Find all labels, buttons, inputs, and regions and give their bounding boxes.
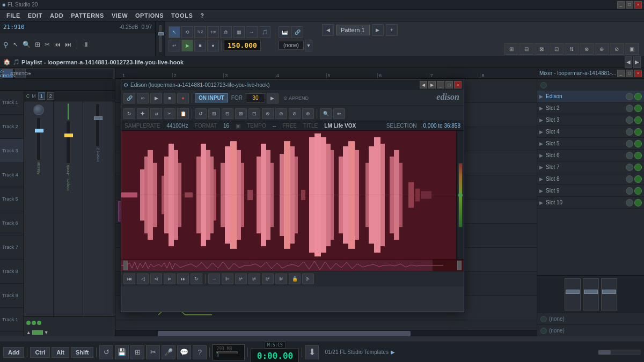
ed-normalize-btn[interactable]: ↻ (123, 108, 135, 119)
ed-play-btn[interactable]: ▶ (150, 93, 162, 104)
menu-add[interactable]: ADD (47, 11, 67, 20)
edison-title-controls[interactable]: ◀ ▶ _ □ × (420, 81, 462, 88)
stretch-tool[interactable]: STRETCH (15, 69, 26, 78)
bpm-display[interactable]: 150.000 (224, 40, 261, 51)
select-icon[interactable]: ⊞ (35, 41, 40, 48)
mixer-mute-slot5[interactable] (634, 140, 642, 147)
mixer-mute-slot3[interactable] (634, 116, 642, 124)
pause-icon[interactable]: ⏸ (83, 41, 89, 48)
ed-bottom-loop-btn[interactable]: ↻ (191, 274, 202, 284)
ed-bottom-right1-btn[interactable]: → (208, 274, 220, 284)
ed-cut-btn[interactable]: ✂ (164, 108, 175, 119)
alt-btn[interactable]: Alt (52, 347, 69, 358)
tool5-btn[interactable]: ⇅ (565, 43, 579, 55)
track6-active-dot2[interactable] (32, 321, 36, 325)
ed-fx5-btn[interactable]: ⊡ (248, 108, 260, 119)
mixer-fader-3[interactable] (601, 278, 617, 311)
loop-back-btn[interactable]: ↩ (169, 40, 180, 51)
save-btn[interactable]: 💾 (115, 345, 129, 359)
help-btn[interactable]: ? (193, 345, 207, 359)
shift-btn[interactable]: Shift (71, 347, 93, 358)
pattern-add-btn[interactable]: + (386, 24, 398, 36)
time-3-2-btn[interactable]: 3.2 (194, 26, 206, 38)
piano-btn[interactable]: 🎹 (279, 26, 290, 38)
menu-file[interactable]: FILE (3, 11, 24, 20)
ed-record-btn[interactable]: ● (177, 93, 189, 104)
tool6-btn[interactable]: ⊗ (580, 43, 594, 55)
mixer-fader-2[interactable] (583, 278, 599, 311)
mixer-title-controls[interactable]: _ □ × (617, 70, 642, 77)
insert1-fader-knob[interactable] (64, 134, 73, 137)
menu-help[interactable]: ? (197, 11, 207, 20)
pattern-view-btn[interactable]: ⊞ (130, 345, 144, 359)
ed-bottom-wave-btn[interactable]: ⊮ (262, 274, 274, 284)
undo-btn[interactable]: ↺ (99, 345, 113, 359)
pattern-name-btn[interactable]: Pattern 1 (336, 25, 370, 35)
edison-minimize-btn[interactable]: _ (437, 81, 444, 88)
mixer-mute-slot8[interactable] (634, 175, 642, 183)
mixer-channel-edison[interactable]: ▶ Edison (537, 91, 644, 102)
ed-bottom-forward-btn[interactable]: ⊳ (164, 274, 175, 284)
ed-bottom-flag-btn[interactable]: ⊭ (248, 274, 260, 284)
mixer-solo-slot2[interactable] (626, 105, 633, 112)
time-input[interactable] (246, 93, 265, 102)
playlist-scrollbar[interactable] (115, 330, 537, 336)
mixer-mute-edison[interactable] (634, 93, 642, 100)
mixer-channel-slot8[interactable]: ▶ Slot 8 (537, 173, 644, 185)
ed-fx7-btn[interactable]: ⊕ (275, 108, 287, 119)
mixer-fader-knob-2[interactable] (584, 290, 598, 294)
ed-fx4-btn[interactable]: ⊠ (235, 108, 247, 119)
mixer-solo-slot5[interactable] (626, 140, 633, 147)
master-fader-knob[interactable] (35, 129, 43, 132)
pattern-next-btn[interactable]: ▶ (372, 24, 384, 36)
mixer-fader-knob-1[interactable] (566, 290, 580, 294)
mixer-channel-slot9[interactable]: ▶ Slot 9 (537, 185, 644, 197)
mixer-solo-slot3[interactable] (626, 116, 633, 124)
edison-next-btn[interactable]: ▶ (428, 81, 436, 88)
mixer-channel-slot7[interactable]: ▶ Slot 7 (537, 161, 644, 173)
time-arrow-btn[interactable]: ▶ (267, 93, 279, 104)
ed-fx8-btn[interactable]: ⊘ (289, 108, 301, 119)
link-btn[interactable]: 🔗 (291, 26, 303, 38)
mixer-solo-slot4[interactable] (626, 128, 633, 136)
track6-active-dot3[interactable] (37, 321, 41, 325)
tool8-btn[interactable]: ⊘ (610, 43, 624, 55)
ed-fit-btn[interactable]: ⇔ (333, 108, 345, 119)
mixer-channel-slot3[interactable]: ▶ Slot 3 (537, 114, 644, 126)
mixer-close-btn[interactable]: × (634, 70, 642, 77)
menu-options[interactable]: OPTIONS (132, 11, 167, 20)
menu-edit[interactable]: EDIT (25, 11, 46, 20)
edison-maximize-btn[interactable]: □ (445, 81, 453, 88)
mixer-mute-slot2[interactable] (634, 105, 642, 112)
stop-btn[interactable]: ■ (194, 40, 206, 51)
cursor-icon[interactable]: ↖ (13, 41, 18, 48)
mini-scroll-right[interactable] (457, 261, 462, 270)
ed-bottom-end-btn[interactable]: ⏭ (177, 274, 189, 284)
insert2-fader-knob[interactable] (94, 116, 103, 120)
mixer-channel-slot5[interactable]: ▶ Slot 5 (537, 138, 644, 150)
maximize-button[interactable]: □ (626, 1, 633, 9)
cut-tool-btn[interactable]: ✂ (146, 345, 160, 359)
ed-fx3-btn[interactable]: ⊟ (222, 108, 233, 119)
ed-fx2-btn[interactable]: ⊞ (208, 108, 220, 119)
mixer-solo-slot7[interactable] (626, 164, 633, 171)
channel-1-btn[interactable]: 1 (38, 92, 45, 100)
add-btn[interactable]: Add (3, 347, 24, 358)
zoom-icon[interactable]: 🔍 (23, 41, 31, 48)
channel-2-btn[interactable]: 2 (47, 92, 54, 100)
mixer-mute-slot4[interactable] (634, 128, 642, 136)
right-arrow-btn[interactable]: → (246, 26, 258, 38)
mixer-channel-slot2[interactable]: ▶ Slot 2 (537, 102, 644, 114)
tool9-btn[interactable]: ▣ (625, 43, 639, 55)
ed-fx1-btn[interactable]: ↺ (195, 108, 207, 119)
song-btn[interactable]: 🎵 (259, 26, 270, 38)
mixer-solo-edison[interactable] (626, 93, 633, 100)
mini-waveform[interactable] (121, 260, 464, 271)
track6-active-dot[interactable] (26, 321, 31, 325)
master-volume-knob[interactable] (33, 105, 44, 115)
mixer-mute-slot7[interactable] (634, 164, 642, 171)
edison-prev-btn[interactable]: ◀ (420, 81, 427, 88)
tool2-btn[interactable]: ⊟ (519, 43, 533, 55)
magnet-icon[interactable]: ⚲ (3, 41, 9, 49)
playlist-scroll-left[interactable]: ◀ (625, 56, 632, 68)
